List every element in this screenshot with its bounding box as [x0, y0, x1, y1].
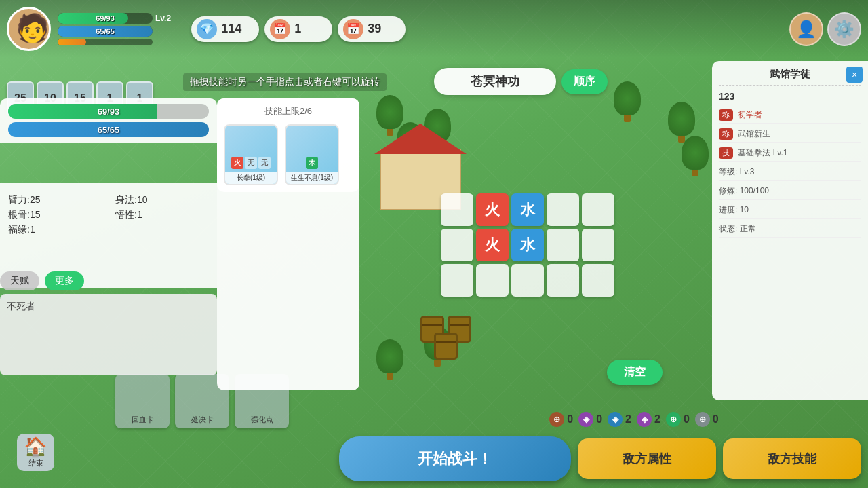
- elem-count-5: 0: [713, 413, 719, 426]
- skill-panel: 技能上限2/6 火 无 无 长拳(1级) 木 生生不息(1级): [217, 98, 359, 192]
- right-panel-item-6: 状态: 正常: [719, 221, 861, 238]
- bottom-card-2-label: 处决卡: [191, 415, 214, 425]
- barrel-decoration: [434, 333, 458, 360]
- grid-cell-1-3[interactable]: [547, 229, 579, 261]
- mp-bar-container: 65/65: [58, 26, 171, 37]
- right-panel-text-3: 等级: Lv.3: [719, 167, 754, 176]
- badge-1: 称: [719, 128, 733, 140]
- elem-counter-4: ⊕ 0: [666, 412, 690, 427]
- grid-cell-1-0[interactable]: [441, 229, 473, 261]
- clear-button[interactable]: 清空: [607, 360, 663, 385]
- badge-2: 技: [719, 147, 733, 159]
- luck-label: 福缘:1: [8, 224, 102, 236]
- attr-grid: 臂力:25 身法:10 根骨:15 悟性:1 福缘:1: [8, 189, 209, 242]
- bottom-icon-label: 结束: [28, 458, 43, 468]
- right-panel-item-5: 进度: 10: [719, 202, 861, 219]
- order-button[interactable]: 顺序: [561, 69, 608, 94]
- elem-counter-5: ⊕ 0: [695, 412, 719, 427]
- calendar2-icon: 📅: [343, 19, 363, 39]
- elem-wood-badge: 木: [306, 157, 318, 169]
- gem-value: 114: [221, 22, 241, 36]
- elem-dot-3: ◈: [637, 412, 652, 427]
- char-hp-bar-wrap: 69/93: [8, 104, 209, 119]
- grid-cell-1-4[interactable]: [582, 229, 614, 261]
- skill-panel-title: 技能上限2/6: [224, 105, 353, 117]
- calendar2-resource: 📅 39: [338, 16, 406, 42]
- mp-text: 65/65: [58, 26, 153, 37]
- skill-card-1-name: 长拳(1级): [225, 172, 277, 184]
- right-panel-content: 称 初学者 称 武馆新生 技 基础拳法 Lv.1 等级: Lv.3 修炼: 10…: [719, 107, 861, 238]
- bottom-actions: 开始战斗！ 敌方属性 敌方技能: [339, 436, 861, 481]
- grid-cell-0-4[interactable]: [582, 193, 614, 226]
- comprehension-label: 悟性:1: [115, 209, 209, 221]
- grid-cell-0-0[interactable]: [441, 193, 473, 226]
- grid-cell-1-1[interactable]: 火: [476, 229, 509, 261]
- grid-cell-2-3[interactable]: [547, 264, 579, 297]
- battle-grid-container: 火 水 火 水: [441, 193, 614, 297]
- skill-name-panel: 苍冥神功 顺序: [434, 68, 608, 95]
- elem-none-badge-2: 无: [258, 157, 271, 169]
- elem-fire-badge: 火: [231, 157, 243, 169]
- elem-dot-4: ⊕: [666, 412, 681, 427]
- avatar-2: ⚙️: [827, 12, 861, 46]
- more-button[interactable]: 更多: [45, 271, 84, 290]
- elem-count-3: 2: [654, 413, 660, 426]
- right-panel: 武馆学徒 × 123 称 初学者 称 武馆新生 技 基础拳法 Lv.1 等级: …: [712, 61, 868, 400]
- elem-count-1: 0: [596, 413, 602, 426]
- char-hp-text: 69/93: [8, 104, 209, 119]
- grid-cell-2-2[interactable]: [511, 264, 544, 297]
- right-panel-item-1: 称 武馆新生: [719, 126, 861, 143]
- calendar2-value: 39: [368, 22, 381, 36]
- elem-dot-5: ⊕: [695, 412, 710, 427]
- elem-dot-2: ◈: [608, 412, 623, 427]
- calendar1-value: 1: [294, 22, 301, 36]
- badge-0: 称: [719, 109, 733, 121]
- tree-decoration: [373, 339, 407, 380]
- battle-grid[interactable]: 火 水 火 水: [441, 193, 614, 297]
- skill-card-1-elements: 火 无 无: [225, 157, 277, 169]
- exp-fill: [58, 39, 86, 45]
- start-battle-button[interactable]: 开始战斗！: [339, 436, 571, 481]
- top-header: 69/93 Lv.2 65/65 💎 114 📅 1 📅 39: [0, 0, 868, 58]
- right-panel-text-1: 武馆新生: [738, 129, 770, 138]
- bottom-left-icon[interactable]: 🏠 结束: [17, 434, 54, 471]
- bottom-card-1-label: 回血卡: [132, 415, 154, 425]
- hp-bar: 69/93: [58, 13, 153, 24]
- right-panel-close-button[interactable]: ×: [846, 67, 863, 83]
- char-mp-bar-wrap: 65/65: [8, 122, 209, 137]
- grid-cell-2-4[interactable]: [582, 264, 614, 297]
- talent-button[interactable]: 天赋: [0, 271, 39, 290]
- hp-bar-container: 69/93 Lv.2: [58, 13, 171, 24]
- bottom-card-3-label: 强化点: [251, 415, 273, 425]
- grid-cell-0-1[interactable]: 火: [476, 193, 509, 226]
- char-mp-bar: 65/65: [8, 122, 209, 137]
- top-resources: 💎 114 📅 1 📅 39: [191, 16, 406, 42]
- grid-cell-0-3[interactable]: [547, 193, 579, 226]
- grid-cell-2-0[interactable]: [441, 264, 473, 297]
- hint-text: 拖拽技能时另一个手指点击或者右键可以旋转: [183, 73, 387, 91]
- bottom-card-1[interactable]: 回血卡: [115, 374, 170, 428]
- gem-resource: 💎 114: [191, 16, 259, 42]
- right-panel-text-6: 状态: 正常: [719, 224, 756, 233]
- right-panel-text-2: 基础拳法 Lv.1: [738, 148, 787, 157]
- level-badge: Lv.2: [155, 14, 171, 23]
- skill-cards: 火 无 无 长拳(1级) 木 生生不息(1级): [224, 124, 353, 185]
- grid-cell-2-1[interactable]: [476, 264, 509, 297]
- enemy-skill-button[interactable]: 敌方技能: [723, 438, 861, 479]
- elem-counter-3: ◈ 2: [637, 412, 660, 427]
- elem-count-4: 0: [684, 413, 690, 426]
- talent-list: 不死者: [0, 294, 217, 375]
- elem-none-badge-1: 无: [245, 157, 257, 169]
- skill-card-2[interactable]: 木 生生不息(1级): [285, 124, 339, 185]
- strength-label: 臂力:25: [8, 194, 102, 206]
- elem-counter-2: ◈ 2: [608, 412, 631, 427]
- enemy-attr-button[interactable]: 敌方属性: [578, 438, 716, 479]
- player-avatar: [7, 7, 51, 51]
- right-panel-text-5: 进度: 10: [719, 205, 749, 214]
- grid-cell-0-2[interactable]: 水: [511, 193, 544, 226]
- calendar1-resource: 📅 1: [264, 16, 332, 42]
- right-panel-item-0: 称 初学者: [719, 107, 861, 124]
- grid-cell-1-2[interactable]: 水: [511, 229, 544, 261]
- skill-card-1[interactable]: 火 无 无 长拳(1级): [224, 124, 278, 185]
- gem-icon: 💎: [197, 19, 217, 39]
